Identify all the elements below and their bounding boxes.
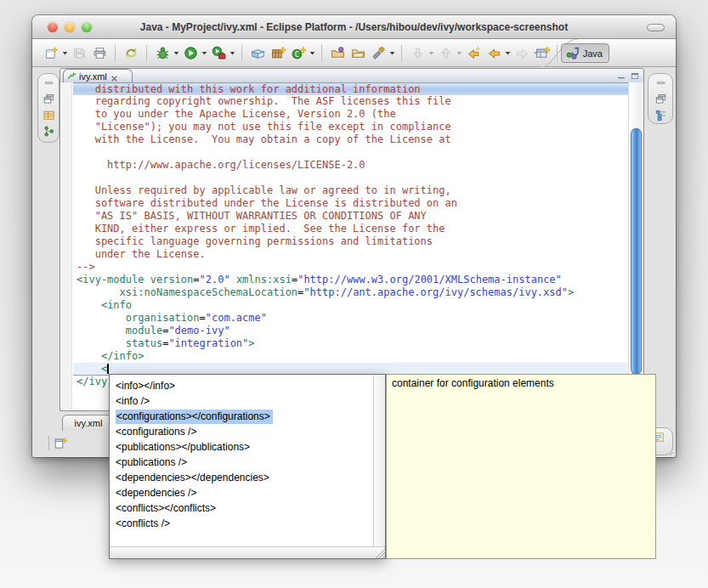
forward-button[interactable] xyxy=(513,42,531,63)
next-annotation-dropdown-arrow[interactable] xyxy=(428,42,435,63)
assist-proposal[interactable]: <conflicts></conflicts> xyxy=(110,500,373,516)
new-dropdown-arrow[interactable] xyxy=(61,42,69,63)
content-assist-hscrollbar[interactable] xyxy=(110,546,385,558)
code-area[interactable]: distributed with this work for additiona… xyxy=(73,82,628,410)
code-line-selected: distributed with this work for additiona… xyxy=(73,82,628,95)
editor-scrollbar[interactable] xyxy=(628,82,642,410)
new-java-project-button[interactable] xyxy=(248,42,267,63)
minimize-editor-icon[interactable] xyxy=(616,71,626,81)
save-button[interactable] xyxy=(70,42,88,63)
run-external-icon xyxy=(212,46,226,60)
fast-view-button[interactable] xyxy=(54,435,69,450)
assist-proposal[interactable]: <publications></publications> xyxy=(110,439,373,455)
editor-content[interactable]: distributed with this work for additiona… xyxy=(61,82,643,410)
run-icon xyxy=(184,46,198,60)
perspective-separator xyxy=(557,45,558,61)
right-view-stack xyxy=(648,73,673,124)
back-dropdown-arrow[interactable] xyxy=(504,42,512,63)
print-button[interactable] xyxy=(90,42,109,63)
back-button[interactable] xyxy=(484,42,503,63)
window-title: Java - MyProject/ivy.xml - Eclipse Platf… xyxy=(109,21,599,33)
assist-proposal[interactable]: <info></info> xyxy=(110,378,373,393)
code-line: organisation="com.acme" xyxy=(73,312,628,325)
restore-views-icon[interactable] xyxy=(42,93,55,105)
new-package-button[interactable] xyxy=(269,42,287,63)
previous-annotation-button[interactable] xyxy=(436,42,455,63)
content-assist-resize-grip[interactable] xyxy=(373,546,385,558)
assist-proposal[interactable]: <dependencies></dependencies> xyxy=(110,470,373,485)
perspective-bar: Java xyxy=(533,42,609,64)
scrollbar-thumb[interactable] xyxy=(631,128,642,375)
assist-proposal-selected[interactable]: <configurations></configurations> xyxy=(110,409,373,424)
java-perspective-label: Java xyxy=(583,48,603,59)
toolbar-groups: C xyxy=(41,39,540,66)
external-tools-dropdown-arrow[interactable] xyxy=(229,42,236,63)
search-button[interactable] xyxy=(369,42,388,63)
editor-tab-ivy-xml[interactable]: ivy.xml xyxy=(63,69,133,82)
code-line: software distributed under the License i… xyxy=(73,197,628,210)
run-dropdown-arrow[interactable] xyxy=(201,42,208,63)
next-annotation-icon xyxy=(411,46,425,60)
last-edit-location-icon xyxy=(467,46,481,60)
restore-views-icon[interactable] xyxy=(654,93,667,105)
editor-header-buttons xyxy=(616,71,640,81)
tab-close-icon[interactable] xyxy=(110,71,119,81)
code-line: Unless required by applicable law or agr… xyxy=(73,184,628,197)
new-button[interactable] xyxy=(42,42,60,63)
assist-proposal[interactable]: <configurations /> xyxy=(110,424,373,439)
new-class-button[interactable]: C xyxy=(289,42,308,63)
bottom-dock-tab-ivy-xml[interactable]: ivy.xml xyxy=(62,415,115,431)
code-line xyxy=(73,172,628,184)
minimize-window-button[interactable] xyxy=(65,22,75,32)
prev-annotation-icon xyxy=(439,46,453,60)
minimize-handle-icon[interactable] xyxy=(42,76,55,89)
assist-proposal[interactable]: <publications /> xyxy=(110,455,373,470)
close-window-button[interactable] xyxy=(48,22,58,32)
titlebar[interactable]: Java - MyProject/ivy.xml - Eclipse Platf… xyxy=(32,15,676,39)
minimize-handle-icon[interactable] xyxy=(654,76,667,89)
open-resource-button[interactable] xyxy=(348,42,367,63)
maximize-editor-icon[interactable] xyxy=(630,71,640,81)
zoom-window-button[interactable] xyxy=(82,22,92,32)
open-type-icon xyxy=(331,46,345,60)
assist-proposal[interactable]: <info /> xyxy=(110,393,373,409)
text-caret xyxy=(107,364,109,374)
tooltip-text: container for configuration elements xyxy=(392,377,554,389)
open-perspective-button[interactable] xyxy=(533,43,553,63)
toolbar-separator xyxy=(241,45,242,61)
code-line: <ivy-module version="2.0" xmlns:xsi="htt… xyxy=(73,274,628,286)
print-icon xyxy=(93,46,107,60)
code-line: "License"); you may not use this file ex… xyxy=(73,121,628,133)
new-class-icon: C xyxy=(292,46,306,60)
new-class-dropdown-arrow[interactable] xyxy=(309,42,316,63)
toolbar-toggle-lozenge[interactable] xyxy=(647,24,665,31)
debug-dropdown-arrow[interactable] xyxy=(173,42,180,63)
toolbar-separator xyxy=(401,45,402,61)
last-edit-location-button[interactable] xyxy=(464,42,483,63)
content-assist-scrollbar[interactable] xyxy=(373,375,385,546)
debug-button[interactable] xyxy=(153,42,172,63)
outline-icon[interactable] xyxy=(654,109,667,122)
assist-proposal[interactable]: <conflicts /> xyxy=(110,516,373,531)
code-line: status="integration"> xyxy=(73,337,628,350)
assist-proposal[interactable]: <dependencies /> xyxy=(110,485,373,500)
run-button[interactable] xyxy=(181,42,200,63)
next-annotation-button[interactable] xyxy=(408,42,427,63)
java-perspective-button[interactable]: Java xyxy=(561,43,609,63)
search-dropdown-arrow[interactable] xyxy=(388,42,396,63)
package-explorer-icon[interactable] xyxy=(42,109,55,122)
refresh-button[interactable] xyxy=(122,42,140,63)
content-assist-tooltip: container for configuration elements xyxy=(386,374,656,559)
code-line: module="demo-ivy" xyxy=(73,325,628,337)
type-hierarchy-icon[interactable] xyxy=(42,125,55,138)
forward-icon xyxy=(515,46,530,60)
toolbar-separator xyxy=(146,45,147,61)
open-type-button[interactable] xyxy=(328,42,347,63)
code-line: "AS IS" BASIS, WITHOUT WARRANTIES OR CON… xyxy=(73,210,628,223)
code-line: KIND, either express or implied. See the… xyxy=(73,223,628,235)
refresh-icon xyxy=(124,46,139,60)
content-assist-popup: <info></info><info /><configurations></c… xyxy=(109,374,386,559)
previous-annotation-dropdown-arrow[interactable] xyxy=(456,42,463,63)
external-tools-button[interactable] xyxy=(209,42,228,63)
editor-tab-label: ivy.xml xyxy=(79,71,107,82)
